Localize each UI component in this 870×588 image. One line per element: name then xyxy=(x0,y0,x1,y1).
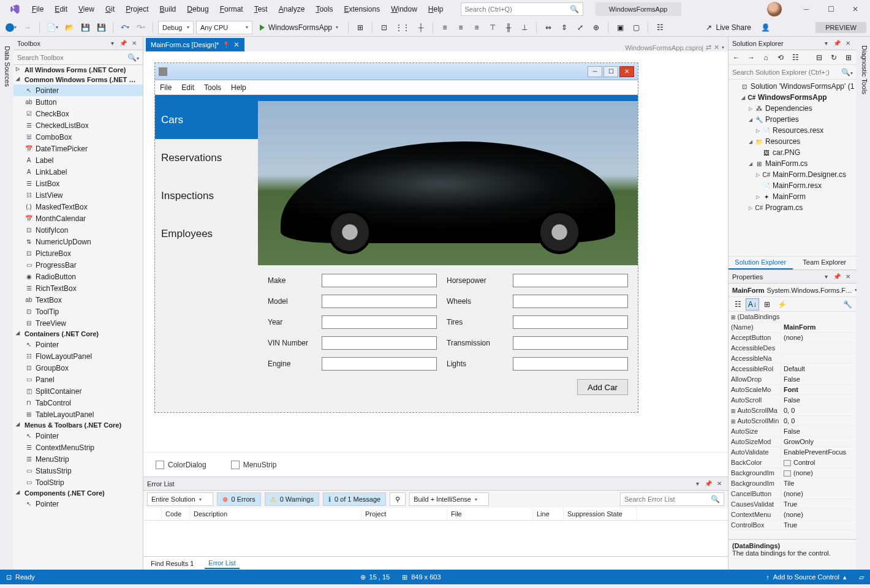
prop-row[interactable]: AutoValidateEnablePreventFocus xyxy=(728,447,857,458)
menu-project[interactable]: Project xyxy=(121,2,153,16)
global-search[interactable]: 🔍 xyxy=(461,2,583,16)
toolbox-item-progressbar[interactable]: ▭ProgressBar xyxy=(13,259,143,271)
se-props-icon[interactable]: ⊞ xyxy=(843,52,854,63)
el-scope-dropdown[interactable]: Entire Solution ▾ xyxy=(147,492,213,506)
align-right-icon[interactable]: ≡ xyxy=(470,21,483,34)
align-left-icon[interactable]: ≡ xyxy=(438,21,452,34)
tray-menustrip[interactable]: MenuStrip xyxy=(231,461,277,469)
se-back-icon[interactable]: ← xyxy=(731,52,742,63)
tray-colordialog[interactable]: ColorDialog xyxy=(156,461,206,469)
align-bot-icon[interactable]: ⊥ xyxy=(518,21,531,34)
prop-row[interactable]: AutoScaleMoFont xyxy=(728,385,857,395)
context-close-icon[interactable]: ✕ xyxy=(714,43,719,51)
menu-format[interactable]: Format xyxy=(215,2,248,16)
solution-node[interactable]: ◢🔧Properties xyxy=(728,114,857,125)
se-collapse-icon[interactable]: ⊟ xyxy=(814,52,825,63)
prop-row[interactable]: AllowDropFalse xyxy=(728,374,857,385)
toolbox-item-treeview[interactable]: ⊟TreeView xyxy=(13,317,143,329)
solution-node[interactable]: ▷⁂Dependencies xyxy=(728,103,857,114)
toolbox-item-flowlayoutpanel[interactable]: ☷FlowLayoutPanel xyxy=(13,350,143,362)
open-button[interactable]: 📂 xyxy=(62,21,76,34)
prop-object-selector[interactable]: MainForm System.Windows.Forms.F… ▾ xyxy=(728,284,857,297)
platform-dropdown[interactable]: Any CPU▾ xyxy=(196,21,252,34)
toolbox-item-tabcontrol[interactable]: ⊓TabControl xyxy=(13,397,143,409)
nav-employees[interactable]: Employees xyxy=(155,215,258,253)
nav-back-button[interactable]: ▾ xyxy=(4,21,18,34)
toolbox-item-groupbox[interactable]: ⊡GroupBox xyxy=(13,362,143,374)
toolbox-group[interactable]: Components (.NET Core) xyxy=(13,488,143,498)
active-doc-tab[interactable]: MainForm.cs [Design]* 📍 ✕ xyxy=(146,38,244,51)
prop-row[interactable]: AutoScrollMa0, 0 xyxy=(728,405,857,416)
toolbox-item-contextmenustrip[interactable]: ☰ContextMenuStrip xyxy=(13,442,143,453)
el-dropdown-icon[interactable]: ▾ xyxy=(692,479,702,489)
toolbox-pin-icon[interactable]: 📌 xyxy=(118,39,128,48)
se-pin-icon[interactable]: 📌 xyxy=(832,39,842,48)
diagnostic-tools-tab[interactable]: Diagnostic Tools xyxy=(857,40,870,99)
tb-icon-1[interactable]: ⊞ xyxy=(354,21,367,34)
el-close-icon[interactable]: ✕ xyxy=(714,479,724,489)
toolbox-item-picturebox[interactable]: ⊡PictureBox xyxy=(13,247,143,259)
se-home-icon[interactable]: ⌂ xyxy=(760,52,771,63)
prop-row[interactable]: CancelButton(none) xyxy=(728,489,857,499)
data-sources-tab[interactable]: Data Sources xyxy=(0,40,13,92)
liveshare-label[interactable]: Live Share xyxy=(716,23,751,32)
toolbox-item-checkbox[interactable]: ☑CheckBox xyxy=(13,108,143,119)
menu-window[interactable]: Window xyxy=(386,2,422,16)
se-fwd-icon[interactable]: → xyxy=(746,52,757,63)
solution-node[interactable]: ◢📁Resources xyxy=(728,136,857,147)
notifications-icon[interactable]: ▱ xyxy=(859,573,864,581)
bottom-tab[interactable]: Error List xyxy=(205,558,240,569)
nav-cars[interactable]: Cars xyxy=(155,101,258,139)
toolbox-item-richtextbox[interactable]: ☰RichTextBox xyxy=(13,282,143,294)
se-search[interactable]: 🔍▾ xyxy=(728,65,857,80)
toolbox-item-linklabel[interactable]: ALinkLabel xyxy=(13,166,143,178)
form-menu-help[interactable]: Help xyxy=(231,83,246,92)
el-col-header[interactable]: Project xyxy=(361,508,447,520)
toolbox-item-numericupdown[interactable]: ⇅NumericUpDown xyxy=(13,236,143,247)
nav-fwd-button[interactable]: → xyxy=(21,21,34,34)
se-close-icon[interactable]: ✕ xyxy=(843,39,853,48)
right-tab[interactable]: Solution Explorer xyxy=(728,257,793,270)
prop-row[interactable]: AutoScrollFalse xyxy=(728,395,857,405)
config-dropdown[interactable]: Debug▾ xyxy=(158,21,194,34)
toolbox-list[interactable]: All Windows Forms (.NET Core)Common Wind… xyxy=(13,65,143,570)
form-side-nav[interactable]: CarsReservationsInspectionsEmployees xyxy=(155,101,258,412)
se-dropdown-icon[interactable]: ▾ xyxy=(821,39,831,48)
toolbox-dropdown-icon[interactable]: ▾ xyxy=(107,39,117,48)
el-build-dropdown[interactable]: Build + IntelliSense ▾ xyxy=(409,492,489,506)
toolbox-item-panel[interactable]: ▭Panel xyxy=(13,374,143,385)
toolbox-close-icon[interactable]: ✕ xyxy=(129,39,139,48)
toolbox-item-notifyicon[interactable]: ⊡NotifyIcon xyxy=(13,224,143,236)
hspace-icon[interactable]: ⇔ xyxy=(542,21,555,34)
align-top-icon[interactable]: ⊤ xyxy=(486,21,499,34)
field-input-horsepower[interactable] xyxy=(513,274,628,287)
menu-tools[interactable]: Tools xyxy=(311,2,338,16)
size-icon[interactable]: ⤢ xyxy=(573,21,587,34)
prop-az-icon[interactable]: A↓ xyxy=(746,298,759,311)
solution-node[interactable]: 📄MainForm.resx xyxy=(728,180,857,191)
prop-row[interactable]: BackgroundImTile xyxy=(728,478,857,489)
form-window[interactable]: ─ ☐ ✕ FileEditToolsHelp CarsReservations… xyxy=(154,62,638,413)
solution-node[interactable]: ▷📄Resources.resx xyxy=(728,125,857,136)
el-col-header[interactable]: Description xyxy=(190,508,361,520)
preview-button[interactable]: PREVIEW xyxy=(815,22,866,33)
toolbox-item-combobox[interactable]: ☱ComboBox xyxy=(13,131,143,143)
toolbox-item-pointer[interactable]: ↖Pointer xyxy=(13,430,143,442)
source-control-button[interactable]: ↑ Add to Source Control ▴ xyxy=(766,573,847,581)
maximize-button[interactable]: ☐ xyxy=(819,1,843,18)
menu-test[interactable]: Test xyxy=(249,2,273,16)
prop-row[interactable]: AutoScrollMin0, 0 xyxy=(728,416,857,426)
el-search-input[interactable] xyxy=(624,496,711,503)
toolbox-item-datetimepicker[interactable]: 📅DateTimePicker xyxy=(13,143,143,154)
toolbox-item-pointer[interactable]: ↖Pointer xyxy=(13,85,143,96)
menu-extensions[interactable]: Extensions xyxy=(339,2,385,16)
toolbox-item-maskedtextbox[interactable]: (.)MaskedTextBox xyxy=(13,201,143,213)
form-menu-file[interactable]: File xyxy=(160,83,172,92)
toolbox-item-listview[interactable]: ☷ListView xyxy=(13,189,143,201)
se-refresh-icon[interactable]: ↻ xyxy=(828,52,839,63)
add-car-button[interactable]: Add Car xyxy=(577,379,628,395)
field-input-make[interactable] xyxy=(322,274,437,287)
menu-debug[interactable]: Debug xyxy=(182,2,213,16)
prop-row[interactable]: AutoSizeModGrowOnly xyxy=(728,437,857,447)
nav-inspections[interactable]: Inspections xyxy=(155,177,258,215)
